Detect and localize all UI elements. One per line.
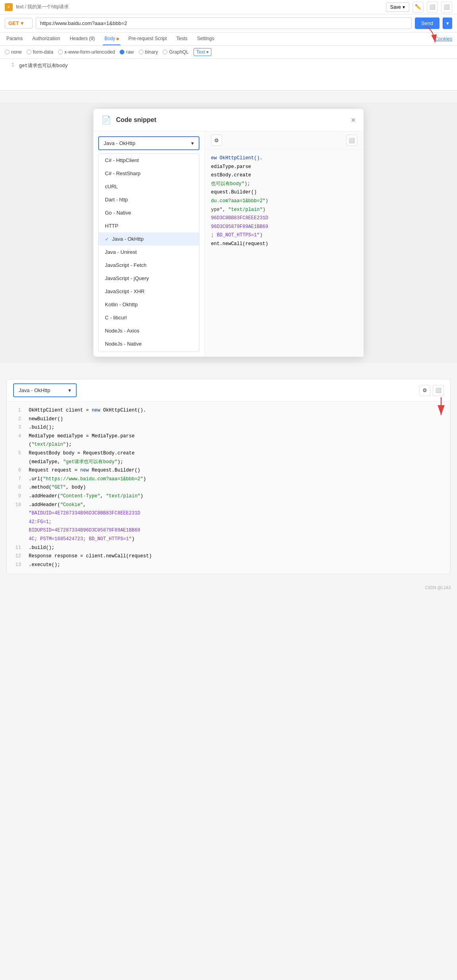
- text-format-chevron: ▾: [206, 49, 209, 55]
- code-panel-header: ⚙ ⬜: [205, 131, 364, 149]
- tab-params[interactable]: Params: [5, 33, 24, 45]
- body-type-binary[interactable]: binary: [139, 49, 158, 55]
- tab-bar: Params Authorization Headers (9) Body Pr…: [0, 33, 457, 46]
- method-chevron: ▾: [21, 20, 23, 26]
- bottom-gear-btn[interactable]: ⚙: [419, 385, 430, 396]
- lang-option-js-fetch[interactable]: JavaScript - Fetch: [99, 259, 199, 272]
- code-editor-area: 1 get请求也可以有body: [0, 59, 457, 91]
- lang-option-dart-http[interactable]: Dart - http: [99, 193, 199, 206]
- tab-pre-request[interactable]: Pre-request Script: [127, 33, 168, 45]
- modal-close-button[interactable]: ×: [351, 116, 356, 124]
- save-dropdown-icon[interactable]: ▾: [403, 4, 405, 10]
- text-format-dropdown[interactable]: Text ▾: [194, 48, 211, 56]
- modal-body: Java - OkHttp ▾ C# - HttpClient C# - Res…: [93, 131, 364, 357]
- code-row-4: 4 MediaType mediaType = MediaType.parse: [13, 432, 444, 441]
- code-row-12: 12 Response response = client.newCall(re…: [13, 552, 444, 561]
- body-type-none[interactable]: none: [5, 49, 22, 55]
- lang-option-c-libcurl[interactable]: C - libcurl: [99, 311, 199, 324]
- snippet-code-body: 1 OkHttpClient client = new OkHttpClient…: [7, 402, 450, 574]
- body-type-graphql[interactable]: GraphQL: [163, 49, 188, 55]
- bottom-snippet-container: Java - OkHttp ▾ ⚙ ⬜ 1 OkHt: [0, 379, 457, 574]
- code-row-13: 13 .execute();: [13, 561, 444, 570]
- code-row-10c: 42:FG=1;: [13, 518, 444, 527]
- code-row-5b: (mediaType, "get请求也可以有body");: [13, 458, 444, 467]
- code-row-1: 1 OkHttpClient client = new OkHttpClient…: [13, 406, 444, 415]
- gear-icon-btn[interactable]: ⚙: [211, 135, 222, 146]
- breadcrumb: text / 我的第一个http请求: [16, 4, 69, 10]
- send-dropdown-button[interactable]: ▾: [443, 17, 452, 29]
- tab-headers[interactable]: Headers (9): [68, 33, 96, 45]
- check-icon: ✓: [105, 236, 109, 242]
- lang-selector-chevron: ▾: [191, 140, 194, 146]
- code-row-3: 3 .build();: [13, 423, 444, 432]
- code-row-2: 2 newBuilder(): [13, 415, 444, 424]
- lang-option-csharp-restsharp[interactable]: C# - RestSharp: [99, 167, 199, 180]
- code-snippet-modal: 📄 Code snippet × Java - OkHttp ▾ C# - Ht…: [93, 109, 364, 357]
- language-panel: Java - OkHttp ▾ C# - HttpClient C# - Res…: [93, 131, 205, 357]
- code-row-10d: BIDUPSID=4E7287334B96D3C05879F89AE1BB69: [13, 526, 444, 535]
- tab-body[interactable]: Body: [103, 33, 120, 45]
- code-row-5: 5 RequestBody body = RequestBody.create: [13, 449, 444, 458]
- lang-option-http[interactable]: HTTP: [99, 219, 199, 232]
- url-input[interactable]: [36, 17, 412, 29]
- tab-tests[interactable]: Tests: [175, 33, 189, 45]
- save-label: Save: [390, 4, 401, 10]
- bottom-copy-btn[interactable]: ⬜: [433, 385, 444, 396]
- code-row-6: 6 Request request = new Request.Builder(…: [13, 466, 444, 475]
- lang-selector-label: Java - OkHttp: [104, 140, 135, 146]
- url-bar: GET ▾ Send ▾: [0, 14, 457, 33]
- lang-option-js-jquery[interactable]: JavaScript - jQuery: [99, 272, 199, 285]
- bottom-icons: ⚙ ⬜: [419, 385, 444, 396]
- snippet-bottom-header: Java - OkHttp ▾ ⚙ ⬜: [7, 379, 450, 402]
- lang-option-go-native[interactable]: Go - Native: [99, 206, 199, 219]
- settings-icon-btn[interactable]: ⬜: [441, 2, 452, 13]
- cookies-link[interactable]: Cookies: [435, 36, 452, 42]
- watermark: CSDN @L1A3: [0, 582, 457, 593]
- code-row-9: 9 .addHeader("Content-Type", "text/plain…: [13, 492, 444, 501]
- code-row-4b: ("text/plain");: [13, 441, 444, 449]
- app-icon: ≡: [5, 3, 13, 11]
- modal-header: 📄 Code snippet ×: [93, 109, 364, 131]
- code-row-10: 10 .addHeader("Cookie",: [13, 501, 444, 510]
- lang-option-js-xhr[interactable]: JavaScript - XHR: [99, 285, 199, 298]
- send-button[interactable]: Send: [415, 17, 440, 29]
- edit-icon-btn[interactable]: ✏️: [412, 2, 424, 13]
- bottom-chevron: ▾: [68, 387, 71, 393]
- code-panel-body: ew OkHttpClient(). ediaType.parse estBod…: [205, 149, 364, 253]
- save-button[interactable]: Save ▾: [386, 2, 409, 12]
- method-select[interactable]: GET ▾: [5, 18, 33, 29]
- lang-option-nodejs-axios[interactable]: NodeJs - Axios: [99, 324, 199, 337]
- tab-auth[interactable]: Authorization: [31, 33, 62, 45]
- lang-option-java-okhttp[interactable]: ✓ Java - OkHttp: [99, 232, 199, 245]
- bottom-snippet: Java - OkHttp ▾ ⚙ ⬜ 1 OkHt: [6, 379, 451, 574]
- body-type-urlencoded[interactable]: x-www-form-urlencoded: [58, 49, 115, 55]
- bottom-lang-selector[interactable]: Java - OkHttp ▾: [13, 383, 77, 397]
- modal-overlay: 📄 Code snippet × Java - OkHttp ▾ C# - Ht…: [0, 102, 457, 363]
- body-type-form-data[interactable]: form-data: [27, 49, 53, 55]
- code-row-10b: "BAIDUID=4E7287334B96D3C0BB83FC8EEE231D: [13, 509, 444, 518]
- send-label: Send: [421, 20, 433, 26]
- code-row-10e: 4C; PSTM=1685424723; BD_NOT_HTTPS=1"): [13, 535, 444, 544]
- tab-settings[interactable]: Settings: [196, 33, 216, 45]
- lang-selector-button[interactable]: Java - OkHttp ▾: [98, 136, 199, 150]
- top-bar: ≡ text / 我的第一个http请求 Save ▾ ✏️ ⬜ ⬜: [0, 0, 457, 14]
- body-type-bar: none form-data x-www-form-urlencoded raw…: [0, 46, 457, 59]
- modal-title: Code snippet: [116, 116, 156, 124]
- lang-option-csharp-httpclient[interactable]: C# - HttpClient: [99, 154, 199, 167]
- code-row-7: 7 .url("https://www.baidu.com?aaa=1&bbb=…: [13, 475, 444, 484]
- method-value: GET: [8, 20, 19, 26]
- copy-code-btn[interactable]: ⬜: [346, 135, 357, 146]
- modal-icon: 📄: [101, 115, 111, 125]
- lang-option-nodejs-request[interactable]: NodeJs - Request: [99, 350, 199, 352]
- lang-option-curl[interactable]: cURL: [99, 180, 199, 193]
- top-bar-right: Save ▾ ✏️ ⬜ ⬜: [386, 2, 452, 13]
- body-type-raw[interactable]: raw: [120, 49, 134, 55]
- bottom-lang-label: Java - OkHttp: [19, 387, 50, 393]
- lang-option-kotlin[interactable]: Kotlin - Okhttp: [99, 298, 199, 311]
- copy-icon-btn[interactable]: ⬜: [427, 2, 438, 13]
- lang-option-nodejs-native[interactable]: NodeJs - Native: [99, 337, 199, 350]
- body-code-text: get请求也可以有body: [19, 62, 68, 69]
- code-line-1: 1 get请求也可以有body: [0, 62, 457, 70]
- lang-option-java-unirest[interactable]: Java - Unirest: [99, 245, 199, 259]
- code-panel: ⚙ ⬜ ew OkHttpClient(). ediaType.parse es…: [205, 131, 364, 357]
